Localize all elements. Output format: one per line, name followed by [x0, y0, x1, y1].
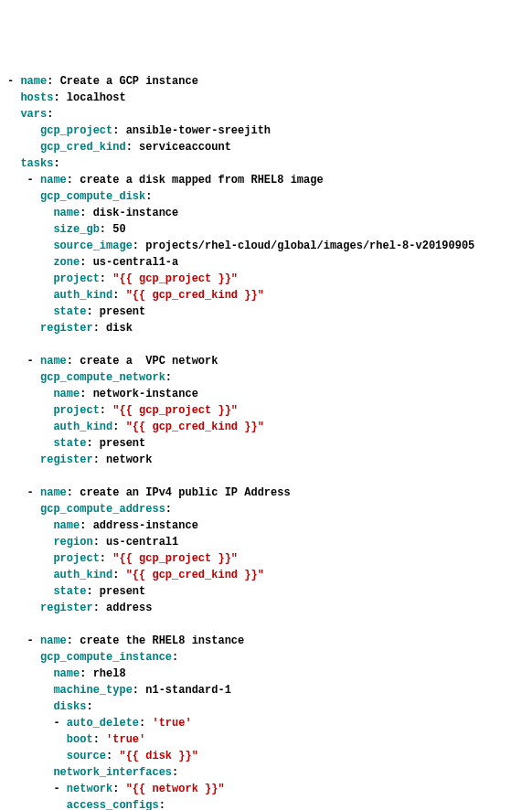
- t3-name-val: create an IPv4 public IP Address: [80, 486, 290, 499]
- t2-name2-val: network-instance: [93, 388, 198, 400]
- t3-name2-key: name: [53, 519, 80, 532]
- t1-state-key: state: [53, 305, 86, 318]
- t4-machine-val: n1-standard-1: [145, 684, 231, 697]
- t1-auth-key: auth_kind: [53, 289, 112, 302]
- t3-project-val: "{{ gcp_project }}": [112, 552, 238, 565]
- t4-autodel-key: auto_delete: [67, 717, 139, 730]
- t1-module-key: gcp_compute_disk: [40, 190, 145, 203]
- t4-name-key: name: [40, 634, 67, 647]
- t4-name2-val: rhel8: [93, 667, 126, 680]
- t1-srcimg-val: projects/rhel-cloud/global/images/rhel-8…: [145, 240, 474, 252]
- hosts-val: localhost: [67, 91, 126, 104]
- gcp-cred-kind-val: serviceaccount: [139, 141, 231, 154]
- hosts-key: hosts: [20, 91, 53, 104]
- t1-name-val: create a disk mapped from RHEL8 image: [80, 174, 323, 187]
- t4-source-key: source: [67, 750, 106, 762]
- t4-access-key: access_configs: [67, 799, 159, 810]
- t1-srcimg-key: source_image: [53, 240, 132, 252]
- t2-name-val: create a VPC network: [80, 355, 218, 368]
- t2-name-key: name: [40, 355, 67, 368]
- vars-key: vars: [20, 108, 47, 121]
- t4-boot-val: 'true': [106, 733, 145, 746]
- t2-module-key: gcp_compute_network: [40, 371, 165, 384]
- t2-project-key: project: [53, 404, 99, 417]
- t3-region-key: region: [53, 536, 92, 549]
- t3-name2-val: address-instance: [93, 519, 198, 532]
- t1-name2-key: name: [53, 207, 80, 219]
- t3-register-val: address: [106, 602, 152, 614]
- t4-netif-key: network_interfaces: [53, 766, 172, 779]
- t1-zone-val: us-central1-a: [93, 256, 179, 269]
- t4-network-val: "{{ network }}": [126, 783, 225, 795]
- t4-network-key: network: [67, 783, 112, 795]
- t2-state-key: state: [53, 437, 86, 450]
- t1-name2-val: disk-instance: [93, 207, 179, 219]
- t3-auth-val: "{{ gcp_cred_kind }}": [126, 569, 264, 581]
- t1-project-key: project: [53, 272, 99, 285]
- t4-autodel-val: 'true': [152, 717, 191, 730]
- t3-auth-key: auth_kind: [53, 569, 112, 581]
- tasks-key: tasks: [20, 157, 53, 170]
- t2-auth-val: "{{ gcp_cred_kind }}": [126, 421, 264, 433]
- t3-state-key: state: [53, 585, 86, 598]
- t3-name-key: name: [40, 486, 67, 499]
- t2-project-val: "{{ gcp_project }}": [112, 404, 238, 417]
- play-name-val: Create a GCP instance: [60, 75, 198, 88]
- t1-size-val: 50: [112, 223, 125, 236]
- t4-boot-key: boot: [67, 733, 93, 746]
- t1-name-key: name: [40, 174, 67, 187]
- play-name-key: name: [20, 75, 47, 88]
- t2-register-val: network: [106, 453, 152, 466]
- t1-register-key: register: [40, 322, 93, 335]
- t3-state-val: present: [100, 585, 145, 598]
- gcp-cred-kind-key: gcp_cred_kind: [40, 141, 126, 154]
- t2-register-key: register: [40, 453, 93, 466]
- t4-name-val: create the RHEL8 instance: [80, 634, 244, 647]
- t1-project-val: "{{ gcp_project }}": [112, 272, 238, 285]
- t3-register-key: register: [40, 602, 93, 614]
- t2-name2-key: name: [53, 388, 80, 400]
- t3-project-key: project: [53, 552, 99, 565]
- t2-state-val: present: [100, 437, 145, 450]
- t1-zone-key: zone: [53, 256, 80, 269]
- gcp-project-val: ansible-tower-sreejith: [126, 124, 271, 137]
- t4-name2-key: name: [53, 667, 80, 680]
- gcp-project-key: gcp_project: [40, 124, 112, 137]
- t1-auth-val: "{{ gcp_cred_kind }}": [126, 289, 264, 302]
- t3-region-val: us-central1: [106, 536, 178, 549]
- t4-source-val: "{{ disk }}": [119, 750, 197, 762]
- t1-size-key: size_gb: [53, 223, 99, 236]
- t4-disks-key: disks: [53, 700, 86, 713]
- t1-register-val: disk: [106, 322, 133, 335]
- t2-auth-key: auth_kind: [53, 421, 112, 433]
- t4-machine-key: machine_type: [53, 684, 132, 697]
- t1-state-val: present: [100, 305, 145, 318]
- yaml-code-block: - name: Create a GCP instance hosts: loc…: [7, 73, 525, 810]
- t3-module-key: gcp_compute_address: [40, 503, 165, 516]
- t4-module-key: gcp_compute_instance: [40, 651, 172, 664]
